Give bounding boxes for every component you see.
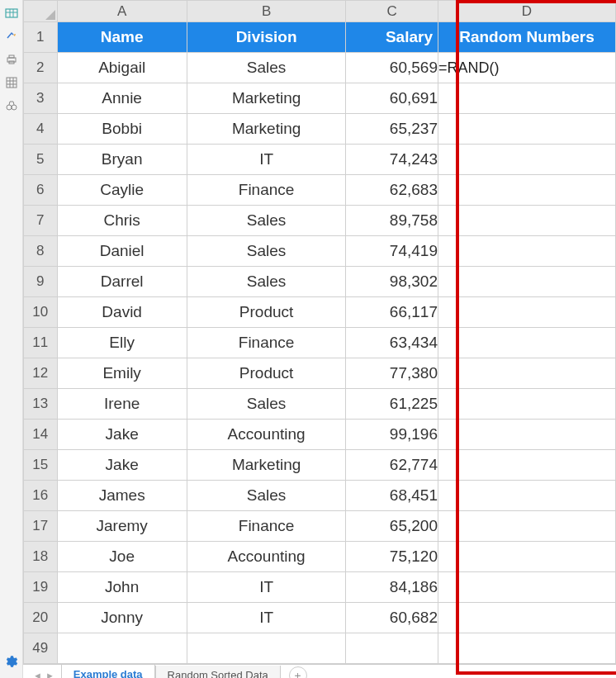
cell-random[interactable]: [438, 297, 615, 328]
cell-random[interactable]: [438, 175, 615, 206]
cell-division[interactable]: Finance: [187, 511, 346, 542]
col-header-a[interactable]: A: [57, 1, 187, 22]
cell-random[interactable]: [438, 114, 615, 145]
cell-salary[interactable]: 68,451: [346, 481, 438, 511]
row-header[interactable]: 6: [24, 175, 58, 206]
row-header[interactable]: 9: [24, 267, 58, 297]
cell-name[interactable]: Annie: [57, 83, 187, 114]
cell-salary[interactable]: 60,691: [346, 83, 438, 114]
cell-random[interactable]: [438, 206, 615, 236]
cell-division[interactable]: Sales: [187, 236, 346, 267]
spreadsheet-grid[interactable]: A B C D 1 Name Division Salary Random Nu…: [23, 0, 616, 664]
cell-name[interactable]: Daniel: [57, 236, 187, 267]
cell-salary[interactable]: 65,237: [346, 114, 438, 145]
sheet-tab-active[interactable]: Example data: [61, 665, 155, 678]
gear-icon[interactable]: [3, 654, 18, 673]
table-icon[interactable]: [5, 7, 18, 20]
cell-name[interactable]: James: [57, 481, 187, 511]
binoculars-icon[interactable]: [5, 99, 18, 112]
cell-random[interactable]: [438, 389, 615, 420]
cell-division[interactable]: Sales: [187, 267, 346, 297]
cell-division[interactable]: Sales: [187, 206, 346, 236]
col-header-b[interactable]: B: [187, 1, 346, 22]
cell-salary[interactable]: 74,243: [346, 145, 438, 175]
cell-name[interactable]: Chris: [57, 206, 187, 236]
tab-nav-next-icon[interactable]: ►: [45, 671, 54, 679]
cell-salary[interactable]: 61,225: [346, 389, 438, 420]
cell-name[interactable]: Bobbi: [57, 114, 187, 145]
cell-random[interactable]: [438, 83, 615, 114]
grid-icon[interactable]: [5, 76, 18, 89]
cell-division[interactable]: Product: [187, 358, 346, 389]
cell-name[interactable]: Jaremy: [57, 511, 187, 542]
cell-division[interactable]: Marketing: [187, 83, 346, 114]
cell[interactable]: [57, 633, 187, 664]
cell-salary[interactable]: 65,200: [346, 511, 438, 542]
cell-name[interactable]: John: [57, 572, 187, 603]
header-name[interactable]: Name: [57, 22, 187, 53]
row-header[interactable]: 4: [24, 114, 58, 145]
cell-division[interactable]: Accounting: [187, 420, 346, 450]
row-header[interactable]: 16: [24, 481, 58, 511]
cell-division[interactable]: Product: [187, 297, 346, 328]
cell-random[interactable]: [438, 481, 615, 511]
cell[interactable]: [346, 633, 438, 664]
cell-division[interactable]: IT: [187, 603, 346, 633]
cell-salary[interactable]: 62,774: [346, 450, 438, 481]
row-header[interactable]: 13: [24, 389, 58, 420]
tab-nav-prev-icon[interactable]: ◄: [33, 671, 42, 679]
cell-random[interactable]: [438, 603, 615, 633]
cell-random[interactable]: [438, 267, 615, 297]
row-header[interactable]: 18: [24, 542, 58, 572]
cell-random[interactable]: =RAND(): [438, 53, 615, 83]
header-salary[interactable]: Salary: [346, 22, 438, 53]
cell-salary[interactable]: 98,302: [346, 267, 438, 297]
row-header[interactable]: 11: [24, 328, 58, 358]
cell-name[interactable]: Joe: [57, 542, 187, 572]
cell-division[interactable]: IT: [187, 145, 346, 175]
cell-salary[interactable]: 60,682: [346, 603, 438, 633]
row-header[interactable]: 8: [24, 236, 58, 267]
cell-name[interactable]: Bryan: [57, 145, 187, 175]
cell-division[interactable]: Finance: [187, 328, 346, 358]
col-header-d[interactable]: D: [438, 1, 615, 22]
cell-division[interactable]: Sales: [187, 389, 346, 420]
cell-division[interactable]: IT: [187, 572, 346, 603]
cell-division[interactable]: Sales: [187, 53, 346, 83]
row-header[interactable]: 17: [24, 511, 58, 542]
cell-salary[interactable]: 75,120: [346, 542, 438, 572]
cell-name[interactable]: Darrel: [57, 267, 187, 297]
add-sheet-button[interactable]: ＋: [289, 666, 307, 679]
cell-name[interactable]: Elly: [57, 328, 187, 358]
cell-random[interactable]: [438, 145, 615, 175]
cell-name[interactable]: Jake: [57, 420, 187, 450]
cell-random[interactable]: [438, 542, 615, 572]
row-header[interactable]: 5: [24, 145, 58, 175]
sheet-tab[interactable]: Random Sorted Data: [155, 666, 281, 679]
select-all-corner[interactable]: [24, 1, 58, 22]
cell-salary[interactable]: 62,683: [346, 175, 438, 206]
header-random[interactable]: Random Numbers: [438, 22, 615, 53]
cell-salary[interactable]: 99,196: [346, 420, 438, 450]
cell-salary[interactable]: 74,419: [346, 236, 438, 267]
cell[interactable]: [438, 633, 615, 664]
row-header[interactable]: 12: [24, 358, 58, 389]
row-header[interactable]: 2: [24, 53, 58, 83]
cell-random[interactable]: [438, 328, 615, 358]
row-header[interactable]: 14: [24, 420, 58, 450]
cell-random[interactable]: [438, 236, 615, 267]
cell[interactable]: [187, 633, 346, 664]
cell-salary[interactable]: 63,434: [346, 328, 438, 358]
cell-random[interactable]: [438, 511, 615, 542]
cell-random[interactable]: [438, 358, 615, 389]
row-header[interactable]: 3: [24, 83, 58, 114]
macro-icon[interactable]: [5, 30, 18, 43]
cell-salary[interactable]: 89,758: [346, 206, 438, 236]
header-division[interactable]: Division: [187, 22, 346, 53]
cell-name[interactable]: Caylie: [57, 175, 187, 206]
cell-division[interactable]: Sales: [187, 481, 346, 511]
row-header[interactable]: 10: [24, 297, 58, 328]
cell-random[interactable]: [438, 420, 615, 450]
row-header[interactable]: 20: [24, 603, 58, 633]
tab-nav-arrows[interactable]: ◄ ►: [26, 671, 61, 679]
